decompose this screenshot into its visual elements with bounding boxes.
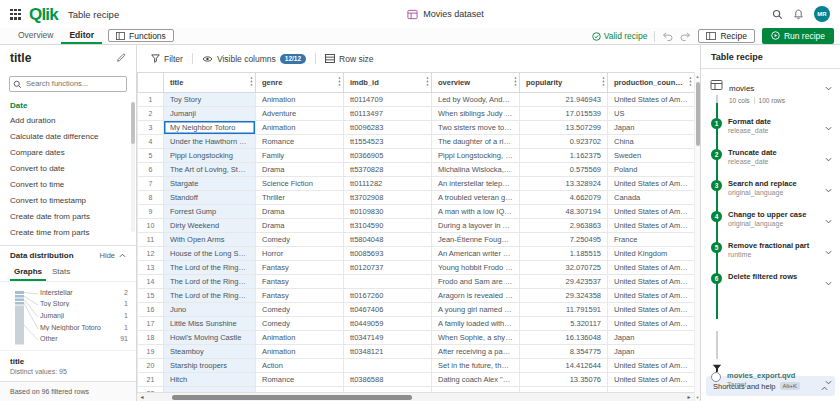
cell-popularity[interactable]: 13.328924 (520, 177, 608, 191)
row-number-cell[interactable]: 14 (138, 275, 164, 289)
column-header[interactable]: title (164, 73, 256, 93)
cell-title[interactable]: Steamboy (164, 345, 256, 359)
cell-title[interactable]: The Lord of the Rings: The... (164, 289, 256, 303)
tab-stats[interactable]: Stats (48, 265, 74, 281)
search-icon[interactable] (772, 9, 783, 20)
cell-popularity[interactable]: 29.423537 (520, 275, 608, 289)
cell-overview[interactable]: During a layover in Albuq... (432, 219, 520, 233)
cell-title[interactable]: Pippi Longstocking (164, 149, 256, 163)
chevron-up-icon[interactable] (119, 253, 126, 258)
column-header[interactable]: genre (256, 73, 344, 93)
cell-title[interactable]: Forrest Gump (164, 205, 256, 219)
function-item[interactable]: Create time from parts (0, 225, 136, 241)
cell-genre[interactable]: Animation (256, 331, 344, 345)
cell-popularity[interactable]: 0.575569 (520, 163, 608, 177)
vertical-scroll-thumb[interactable] (696, 82, 700, 146)
hide-distribution-link[interactable]: Hide (100, 251, 115, 260)
cell-overview[interactable]: Led by Woody, Andy's toy... (432, 93, 520, 107)
function-item[interactable]: Create date from parts (0, 209, 136, 225)
cell-imdb-id[interactable]: tt0085693 (344, 247, 432, 261)
column-header[interactable]: production_country (608, 73, 695, 93)
cell-popularity[interactable]: 0.923702 (520, 135, 608, 149)
cell-overview[interactable]: Jean-Étienne Fougerole is... (432, 233, 520, 247)
cell-popularity[interactable]: 8.354775 (520, 345, 608, 359)
cell-title[interactable]: Standoff (164, 191, 256, 205)
cell-imdb-id[interactable]: tt0347149 (344, 331, 432, 345)
row-number-cell[interactable]: 10 (138, 219, 164, 233)
cell-genre[interactable]: Animation (256, 93, 344, 107)
scroll-right-icon[interactable]: ► (684, 394, 694, 400)
cell-overview[interactable]: When siblings Judy and P... (432, 107, 520, 121)
cell-imdb-id[interactable]: tt5804048 (344, 233, 432, 247)
filter-button[interactable]: Filter (151, 54, 183, 64)
row-number-cell[interactable]: 11 (138, 233, 164, 247)
chevron-down-icon[interactable] (825, 210, 832, 228)
cell-imdb-id[interactable]: tt0113497 (344, 107, 432, 121)
column-menu-icon[interactable] (338, 77, 341, 88)
redo-icon[interactable] (680, 32, 691, 41)
cell-production-country[interactable]: United States of America (608, 289, 695, 303)
cell-imdb-id[interactable]: tt0120737 (344, 261, 432, 275)
cell-production-country[interactable]: France (608, 233, 695, 247)
column-header[interactable]: overview (432, 73, 520, 93)
column-menu-icon[interactable] (689, 77, 692, 88)
cell-genre[interactable]: Comedy (256, 317, 344, 331)
cell-production-country[interactable]: United States of America (608, 275, 695, 289)
cell-popularity[interactable]: 32.070725 (520, 261, 608, 275)
cell-title[interactable]: Dirty Weekend (164, 219, 256, 233)
cell-production-country[interactable]: Japan (608, 345, 695, 359)
row-number-cell[interactable]: 19 (138, 345, 164, 359)
row-number-cell[interactable]: 21 (138, 373, 164, 387)
cell-popularity[interactable]: 1.162375 (520, 149, 608, 163)
function-item[interactable]: Calculate date difference (0, 129, 136, 145)
cell-genre[interactable]: Animation (256, 121, 344, 135)
cell-popularity[interactable]: 1.185515 (520, 247, 608, 261)
chevron-down-icon[interactable] (825, 117, 832, 135)
cell-production-country[interactable]: United States of America (608, 93, 695, 107)
cell-genre[interactable]: Action (256, 359, 344, 373)
row-number-cell[interactable]: 8 (138, 191, 164, 205)
chevron-down-icon[interactable] (825, 272, 832, 290)
cell-overview[interactable]: The daughter of a right wi... (432, 135, 520, 149)
row-number-cell[interactable]: 12 (138, 247, 164, 261)
chevron-down-icon[interactable] (825, 371, 832, 389)
tab-graphs[interactable]: Graphs (10, 265, 46, 281)
cell-title[interactable]: With Open Arms (164, 233, 256, 247)
column-header[interactable]: imdb_id (344, 73, 432, 93)
cell-genre[interactable]: Drama (256, 205, 344, 219)
cell-genre[interactable]: Thriller (256, 191, 344, 205)
row-number-cell[interactable]: 16 (138, 303, 164, 317)
cell-imdb-id[interactable] (344, 275, 432, 289)
search-functions-input[interactable] (9, 76, 127, 92)
row-number-cell[interactable]: 17 (138, 317, 164, 331)
cell-popularity[interactable]: 21.946943 (520, 93, 608, 107)
cell-genre[interactable]: Fantasy (256, 289, 344, 303)
cell-title[interactable]: Howl's Moving Castle (164, 331, 256, 345)
cell-overview[interactable]: Michalina Wislocka, the m... (432, 163, 520, 177)
column-menu-icon[interactable] (426, 77, 429, 88)
cell-overview[interactable]: A young girl named Juno ... (432, 303, 520, 317)
function-item[interactable]: Convert to date (0, 161, 136, 177)
cell-imdb-id[interactable]: tt5370828 (344, 163, 432, 177)
cell-genre[interactable]: Family (256, 149, 344, 163)
cell-overview[interactable]: Dating coach Alex "Hitch" ... (432, 373, 520, 387)
cell-production-country[interactable]: Sweden (608, 149, 695, 163)
functions-toggle-button[interactable]: Functions (108, 29, 174, 42)
cell-production-country[interactable]: Japan (608, 121, 695, 135)
column-menu-icon[interactable] (250, 77, 253, 88)
cell-overview[interactable]: Set in the future, the story... (432, 359, 520, 373)
cell-imdb-id[interactable]: tt0348121 (344, 345, 432, 359)
run-recipe-button[interactable]: Run recipe (762, 28, 834, 44)
cell-title[interactable]: House of the Long Shadows (164, 247, 256, 261)
cell-overview[interactable]: Pippi Longstocking, a sup... (432, 149, 520, 163)
recipe-step[interactable]: 1 Format date release_date (701, 114, 840, 145)
cell-genre[interactable]: Fantasy (256, 261, 344, 275)
row-number-cell[interactable]: 20 (138, 359, 164, 373)
cell-title[interactable]: The Art of Loving, Story of... (164, 163, 256, 177)
row-number-header[interactable] (138, 73, 164, 93)
function-item[interactable]: Add duration (0, 113, 136, 129)
cell-production-country[interactable]: United States of America (608, 219, 695, 233)
chevron-down-icon[interactable] (825, 148, 832, 166)
function-item[interactable]: Compare dates (0, 145, 136, 161)
cell-title[interactable]: Jumanji (164, 107, 256, 121)
